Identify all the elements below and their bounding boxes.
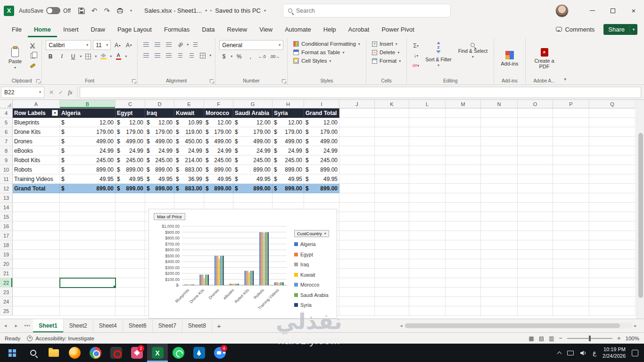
page-layout-view-icon[interactable]: ▤	[539, 335, 544, 342]
cell-P15[interactable]	[553, 212, 589, 222]
cell-C21[interactable]	[116, 269, 145, 278]
column-header-P[interactable]: P	[553, 100, 589, 108]
cell-C4[interactable]: Egypt	[116, 108, 145, 118]
cell-N11[interactable]	[481, 174, 518, 184]
bottom-align-button[interactable]	[164, 40, 173, 49]
cell-E10[interactable]: $883.00	[174, 165, 204, 174]
cell-O16[interactable]	[518, 222, 553, 231]
cell-O25[interactable]	[518, 306, 553, 316]
cell-Q25[interactable]	[589, 306, 636, 316]
cell-N13[interactable]	[481, 193, 518, 203]
accounting-dropdown-icon[interactable]: ▾	[231, 54, 232, 58]
create-pdf-button[interactable]: A Create a PDF	[529, 40, 560, 77]
column-header-A[interactable]: A	[13, 100, 60, 108]
cell-K21[interactable]	[375, 269, 409, 278]
merge-center-dropdown-icon[interactable]: ▾	[209, 53, 211, 58]
row-header-9[interactable]: 9	[0, 156, 13, 165]
cell-H6[interactable]: $179.00	[272, 127, 304, 137]
cell-L24[interactable]	[409, 297, 446, 306]
font-name-select[interactable]: Calibri▾	[46, 40, 91, 50]
cell-P5[interactable]	[553, 118, 589, 127]
cell-N15[interactable]	[481, 212, 518, 222]
cell-P16[interactable]	[553, 222, 589, 231]
cell-M6[interactable]	[446, 127, 481, 137]
delete-cells-button[interactable]: −Delete▾	[370, 49, 403, 56]
cell-J23[interactable]	[339, 288, 375, 297]
cell-P10[interactable]	[553, 165, 589, 174]
confirm-entry-icon[interactable]: ✓	[58, 89, 63, 96]
cell-B23[interactable]	[60, 288, 116, 297]
sort-filter-button[interactable]: AZ Sort & Filter ▾	[423, 40, 454, 77]
cell-Q5[interactable]	[589, 118, 636, 127]
cell-J22[interactable]	[339, 278, 375, 288]
cell-E7[interactable]: $450.00	[174, 137, 204, 146]
cell-A17[interactable]	[13, 231, 60, 240]
cell-I5[interactable]: $12.00	[304, 118, 339, 127]
cell-M18[interactable]	[446, 240, 481, 250]
decrease-font-button[interactable]: A▾	[124, 41, 133, 49]
cell-F12[interactable]: $899.00	[204, 184, 233, 193]
cell-K8[interactable]	[375, 146, 409, 156]
language-indicator[interactable]: ع	[593, 349, 596, 356]
cell-O15[interactable]	[518, 212, 553, 222]
zoom-in-icon[interactable]: +	[617, 335, 621, 342]
cell-C23[interactable]	[116, 288, 145, 297]
cell-C17[interactable]	[116, 231, 145, 240]
qat-customize-icon[interactable]: ▾	[130, 8, 132, 13]
row-header-13[interactable]: 13	[0, 193, 13, 203]
row-header-24[interactable]: 24	[0, 297, 13, 306]
vertical-scrollbar[interactable]	[636, 100, 644, 319]
column-header-M[interactable]: M	[446, 100, 481, 108]
volume-icon[interactable]	[580, 350, 586, 356]
cell-Q13[interactable]	[589, 193, 636, 203]
cell-Q8[interactable]	[589, 146, 636, 156]
cell-E4[interactable]: Kuwait	[174, 108, 204, 118]
cell-L9[interactable]	[409, 156, 446, 165]
cell-M9[interactable]	[446, 156, 481, 165]
cell-E12[interactable]: $883.00	[174, 184, 204, 193]
autosave-toggle[interactable]	[46, 7, 60, 14]
cell-G6[interactable]: $179.00	[233, 127, 272, 137]
ribbon-tab-page-layout[interactable]: Page Layout	[111, 21, 158, 37]
cell-M24[interactable]	[446, 297, 481, 306]
cell-N20[interactable]	[481, 259, 518, 269]
cell-O4[interactable]	[518, 108, 553, 118]
cell-I12[interactable]: $899.00	[304, 184, 339, 193]
cell-D9[interactable]: $245.00	[145, 156, 174, 165]
cell-Q9[interactable]	[589, 156, 636, 165]
cell-A11[interactable]: Training Videos	[13, 174, 60, 184]
insert-function-icon[interactable]: fx	[68, 89, 72, 96]
cell-J7[interactable]	[339, 137, 375, 146]
cell-O8[interactable]	[518, 146, 553, 156]
cell-Q7[interactable]	[589, 137, 636, 146]
column-header-O[interactable]: O	[518, 100, 553, 108]
cell-C8[interactable]: $24.99	[116, 146, 145, 156]
cell-C20[interactable]	[116, 259, 145, 269]
cell-F10[interactable]: $899.00	[204, 165, 233, 174]
close-button[interactable]: ×	[623, 0, 644, 21]
column-header-C[interactable]: C	[116, 100, 145, 108]
ribbon-tab-review[interactable]: Review	[221, 21, 254, 37]
cell-M15[interactable]	[446, 212, 481, 222]
cell-I7[interactable]: $499.00	[304, 137, 339, 146]
cell-P21[interactable]	[553, 269, 589, 278]
cell-N18[interactable]	[481, 240, 518, 250]
zoom-slider-thumb[interactable]	[589, 336, 591, 341]
sheet-tab-sheet6[interactable]: Sheet6	[123, 319, 153, 332]
cell-C7[interactable]: $499.00	[116, 137, 145, 146]
percent-style-button[interactable]: %	[234, 52, 244, 61]
cell-K22[interactable]	[375, 278, 409, 288]
cell-K19[interactable]	[375, 250, 409, 259]
taskbar-bluestacks[interactable]	[189, 344, 209, 362]
scroll-right-icon[interactable]: ►	[634, 324, 637, 328]
cell-A23[interactable]	[13, 288, 60, 297]
cell-K10[interactable]	[375, 165, 409, 174]
cell-K14[interactable]	[375, 203, 409, 212]
taskbar-file-explorer[interactable]	[43, 344, 64, 362]
autosum-button[interactable]: Σ▾	[411, 41, 421, 50]
cell-A5[interactable]: Blueprints	[13, 118, 60, 127]
cell-C18[interactable]	[116, 240, 145, 250]
cell-O24[interactable]	[518, 297, 553, 306]
underline-dropdown-icon[interactable]: ▾	[80, 54, 82, 58]
cell-N23[interactable]	[481, 288, 518, 297]
